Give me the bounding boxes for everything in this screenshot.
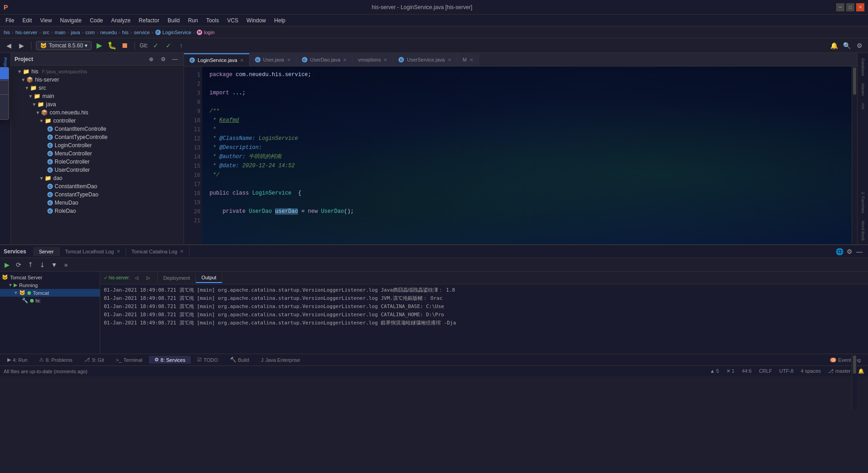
editor-scrollbar[interactable] [852,67,857,244]
bc-main[interactable]: main [55,30,66,35]
favorites-toggle[interactable]: 2: Favorites [860,188,866,217]
bc-neuedu[interactable]: neuedu [100,30,117,35]
tree-his-root[interactable]: ▾ 📁 his F:\java_workspace\his [11,67,184,76]
menu-tools[interactable]: Tools [203,16,223,25]
bc-his2[interactable]: his [122,30,128,35]
project-add-button[interactable]: ⊕ [146,54,156,64]
menu-window[interactable]: Window [243,16,270,25]
bottom-tab-services[interactable]: ⚙ 8: Services [149,356,191,364]
tree-menucontroller[interactable]: C MenuController [11,149,184,158]
git-check-icon[interactable]: ✓ [151,41,161,51]
tab-loginservice[interactable]: C LoginService.java ✕ [184,53,250,66]
dropdown-tomcat[interactable]: 🐱 Tomcat 8.5.60 [0,96,9,108]
debug-button[interactable]: 🐛 [107,41,117,51]
service-tomcat[interactable]: ▾ 🐱 Tomcat [0,289,100,297]
tree-menudao[interactable]: C MenuDao [11,199,184,207]
bottom-tab-build[interactable]: 🔨 Build [225,356,255,364]
tab-vmoptions[interactable]: vmoptions ✕ [352,53,393,66]
dropdown-save-config[interactable]: 💾 Save 'UserDaoTest.insert' Configuratio… [0,82,9,93]
project-collapse-button[interactable]: — [170,54,180,64]
status-warnings[interactable]: ▲ 5 [710,368,719,374]
git-push-icon[interactable]: ↑ [176,41,186,51]
tomcat-selector[interactable]: 🐱 Tomcat 8.5.60 ▾ ⚙ Edit Configurations.… [36,41,92,50]
status-event-log[interactable]: 🔔 [858,368,864,374]
code-content[interactable]: package com.neuedu.his.service; import .… [202,67,857,244]
menu-run[interactable]: Run [184,16,202,25]
tree-java[interactable]: ▾ 📁 java [11,100,184,108]
nav-next-button[interactable]: ▷ [143,273,153,283]
service-tab-deployment[interactable]: Deployment [158,273,196,283]
bc-login[interactable]: Mlogin [197,30,214,35]
forward-button[interactable]: ▶ [16,41,26,51]
service-tab-output[interactable]: Output [196,273,222,283]
bc-src[interactable]: src [43,30,50,35]
menu-help[interactable]: Help [271,16,289,25]
services-close-button[interactable]: — [854,247,864,257]
status-branch[interactable]: ⎇ master [828,368,851,374]
dropdown-userdaotest[interactable]: ▷ UserDaoTest.insert [0,108,9,119]
status-position[interactable]: 44:6 [742,368,751,374]
bc-java[interactable]: java [71,30,80,35]
menu-refactor[interactable]: Refactor [135,16,163,25]
bc-loginservice[interactable]: CLoginService [155,30,192,35]
close-catalina-tab[interactable]: ✕ [180,249,184,254]
menu-navigate[interactable]: Navigate [56,16,85,25]
tree-dao[interactable]: ▾ 📁 dao [11,174,184,182]
status-indent[interactable]: 4 spaces [801,368,821,374]
service-running[interactable]: ▾ ▶ Running [0,281,100,289]
tab-m[interactable]: M ✕ [457,53,479,66]
menu-build[interactable]: Build [164,16,184,25]
notifications-button[interactable]: 🔔 [829,41,839,51]
database-panel-toggle[interactable]: Database [860,55,866,80]
tab-close-userdao[interactable]: ✕ [343,57,347,62]
services-expand-button[interactable]: ⤓ [37,260,47,270]
tree-logincontroller[interactable]: C LoginController [11,141,184,149]
back-button[interactable]: ◀ [4,41,14,51]
tree-usercontroller[interactable]: C UserController [11,166,184,174]
service-tomcat-server[interactable]: 🐱 Tomcat Server [0,273,100,281]
tab-close-m[interactable]: ✕ [470,57,473,62]
log-tab-server[interactable]: Server [33,247,59,256]
maven-panel-toggle[interactable]: Maven [860,80,866,99]
menu-vcs[interactable]: VCS [224,16,242,25]
word-book-toggle[interactable]: Word Book [860,217,866,244]
tree-roledao[interactable]: C RoleDao [11,207,184,215]
maximize-button[interactable]: □ [846,3,854,11]
bottom-tab-git[interactable]: ⎇ 9: Git [79,356,109,364]
code-editor[interactable]: 1 2 3 8 9 10 11 12 13 14 15 16 17 18 19 … [184,67,857,244]
dropdown-edit-config[interactable]: ⚙ Edit Configurations... [0,67,9,79]
run-button[interactable]: ▶ [94,41,104,51]
project-gear-button[interactable]: ⚙ [158,54,168,64]
bottom-tab-run[interactable]: ▶ 4: Run [2,356,33,364]
tree-rolecontroller[interactable]: C RoleController [11,158,184,166]
bc-his[interactable]: his [4,30,10,35]
ant-panel-toggle[interactable]: Ant [860,99,866,113]
tab-close-vmoptions[interactable]: ✕ [383,57,387,62]
git-check2-icon[interactable]: ✓ [163,41,174,51]
services-refresh-button[interactable]: ⟳ [14,260,24,270]
bc-com[interactable]: com [85,30,95,35]
bottom-tab-todo[interactable]: ☑ TODO [192,356,224,364]
services-settings-button[interactable]: ⚙ [844,247,854,257]
menu-code[interactable]: Code [86,16,107,25]
scrollbar-thumb[interactable] [853,67,856,95]
tab-user[interactable]: C User.java ✕ [250,53,296,66]
tab-userservice[interactable]: C UserService.java ✕ [393,53,457,66]
tree-contanttype[interactable]: C ContantTypeControlle [11,133,184,141]
nav-prev-button[interactable]: ◁ [132,273,142,283]
stop-button[interactable]: ⏹ [120,41,130,51]
tree-controller[interactable]: ▾ 📁 controller [11,117,184,125]
close-localhost-tab[interactable]: ✕ [117,249,120,254]
menu-analyze[interactable]: Analyze [107,16,134,25]
tab-userdao[interactable]: C UserDao.java ✕ [296,53,353,66]
tab-close-user[interactable]: ✕ [287,57,291,62]
tab-close-loginservice[interactable]: ✕ [240,58,244,63]
bottom-tab-event-log[interactable]: 3 Event Log [825,356,866,364]
menu-file[interactable]: File [2,16,18,25]
tree-constantitemdao[interactable]: C ConstantItemDao [11,182,184,190]
status-line-ending[interactable]: CRLF [759,368,772,374]
services-run-button[interactable]: ▶ [2,260,12,270]
log-tab-catalina[interactable]: Tomcat Catalina Log ✕ [126,247,189,256]
menu-view[interactable]: View [36,16,56,25]
settings-button[interactable]: ⚙ [854,41,864,51]
